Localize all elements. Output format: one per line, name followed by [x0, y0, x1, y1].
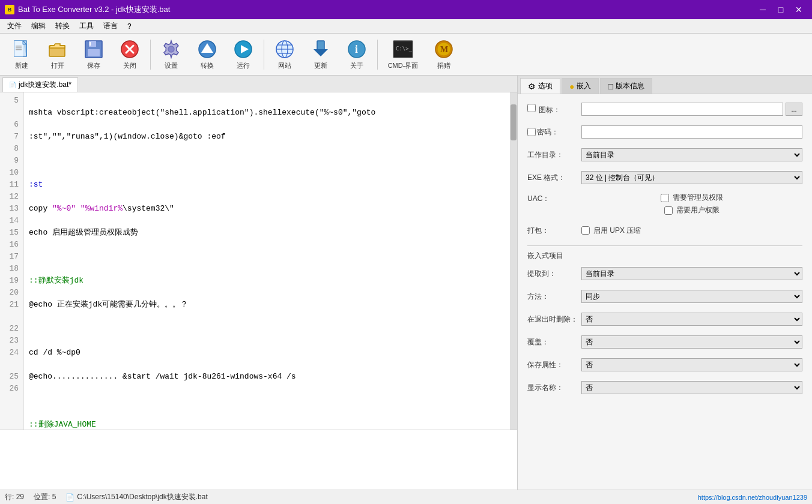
method-select[interactable]: 同步 异步: [581, 290, 802, 303]
menu-edit[interactable]: 编辑: [26, 20, 50, 32]
settings-label: 设置: [165, 61, 178, 70]
uac-user-checkbox[interactable]: [664, 206, 673, 215]
options-tab-icon: ⚙: [528, 82, 536, 91]
new-button[interactable]: 新建: [5, 37, 38, 73]
pack-upx-label: 启用 UPX 压缩: [593, 226, 641, 236]
code-area[interactable]: 5 6 7 8 9 10 11 12 13 14 15 16 17 18 19: [0, 92, 517, 430]
open-button[interactable]: 打开: [41, 37, 74, 73]
main-area: 📄 jdk快速安装.bat* 5 6 7 8 9 10 11 12 13: [0, 76, 812, 490]
update-icon: [310, 38, 332, 60]
password-input[interactable]: [581, 125, 802, 139]
svg-text:i: i: [355, 43, 358, 55]
delete-on-exit-controls: 否 是: [581, 313, 802, 326]
toolbar-sep-1: [150, 40, 151, 70]
embed-tab-icon: ●: [569, 82, 574, 91]
embed-section-title: 嵌入式项目: [527, 251, 802, 261]
exe-format-label: EXE 格式：: [527, 173, 581, 183]
icon-browse-button[interactable]: ...: [786, 103, 802, 116]
cmd-icon: C:\>_: [392, 38, 414, 60]
svg-text:M: M: [440, 45, 448, 54]
uac-admin-row: 需要管理员权限: [661, 193, 723, 203]
scrollbar-thumb[interactable]: [511, 104, 517, 140]
editor-wrapper[interactable]: 5 6 7 8 9 10 11 12 13 14 15 16 17 18 19: [0, 92, 517, 430]
workdir-select[interactable]: 当前目录 临时目录 程序目录: [581, 148, 802, 161]
show-name-select[interactable]: 否 是: [581, 381, 802, 394]
maximize-button[interactable]: □: [772, 3, 789, 16]
website-button[interactable]: 网站: [268, 37, 301, 73]
status-path-container: 📄 C:\Users\15140\Desktop\jdk快速安装.bat: [65, 492, 207, 502]
uac-row: UAC： 需要管理员权限 需要用户权限: [527, 193, 802, 215]
editor-panel: 📄 jdk快速安装.bat* 5 6 7 8 9 10 11 12 13: [0, 76, 518, 490]
donate-button[interactable]: M 捐赠: [427, 37, 461, 73]
uac-admin-checkbox[interactable]: [661, 194, 669, 202]
about-icon: i: [346, 38, 368, 60]
new-label: 新建: [15, 61, 28, 70]
options-tab-label: 选项: [538, 81, 553, 91]
close-button[interactable]: ✕: [790, 3, 807, 16]
cmd-button[interactable]: C:\>_ CMD-界面: [381, 37, 425, 73]
svg-rect-3: [16, 46, 22, 47]
menu-tools[interactable]: 工具: [74, 20, 98, 32]
options-panel: 图标： ... 密码： 工作目录：: [518, 94, 812, 490]
save-attr-controls: 否 是: [581, 358, 802, 371]
menu-convert[interactable]: 转换: [50, 20, 74, 32]
editor-tab[interactable]: 📄 jdk快速安装.bat*: [2, 77, 78, 92]
title-bar: B Bat To Exe Converter v3.2 - jdk快速安装.ba…: [0, 0, 812, 19]
exe-format-row: EXE 格式： 32 位 | 控制台（可见） 64 位 | 控制台（可见） 32…: [527, 170, 802, 185]
minimize-button[interactable]: ─: [754, 3, 771, 16]
delete-on-exit-label: 在退出时删除：: [527, 314, 581, 325]
code-line: copy "%~0" "%windir%\system32\": [29, 203, 505, 215]
menu-file[interactable]: 文件: [2, 20, 26, 32]
pack-controls: 启用 UPX 压缩: [581, 226, 802, 236]
delete-on-exit-select[interactable]: 否 是: [581, 313, 802, 326]
tab-options[interactable]: ⚙ 选项: [520, 78, 560, 94]
tab-version[interactable]: □ 版本信息: [600, 78, 652, 94]
uac-admin-label: 需要管理员权限: [673, 193, 723, 203]
app-icon: B: [5, 5, 14, 14]
icon-controls: ...: [581, 103, 802, 116]
tab-embed[interactable]: ● 嵌入: [562, 78, 599, 94]
icon-checkbox[interactable]: [527, 104, 536, 112]
update-button[interactable]: 更新: [304, 37, 338, 73]
exe-format-select[interactable]: 32 位 | 控制台（可见） 64 位 | 控制台（可见） 32 位 | GUI…: [581, 171, 802, 184]
save-button[interactable]: 保存: [77, 37, 111, 73]
svg-rect-4: [16, 47, 22, 49]
code-line: @echo 正在安装jdk可能需要几分钟。。。？: [29, 299, 505, 311]
icon-input[interactable]: [581, 103, 783, 116]
convert-button[interactable]: 转换: [190, 37, 224, 73]
overwrite-select[interactable]: 否 是: [581, 335, 802, 349]
code-line: ::删除JAVA_HOME: [29, 419, 505, 430]
close-file-button[interactable]: 关闭: [113, 37, 147, 73]
about-button[interactable]: i 关于: [340, 37, 374, 73]
overwrite-controls: 否 是: [581, 335, 802, 349]
convert-label: 转换: [201, 61, 214, 70]
svg-rect-10: [89, 42, 91, 46]
menu-bar: 文件 编辑 转换 工具 语言 ?: [0, 19, 812, 34]
settings-button[interactable]: 设置: [154, 37, 188, 73]
menu-language[interactable]: 语言: [98, 20, 123, 32]
pack-label: 打包：: [527, 226, 581, 236]
extract-to-select[interactable]: 当前目录 临时目录: [581, 267, 802, 280]
pack-upx-checkbox[interactable]: [581, 226, 590, 235]
svg-marker-25: [314, 49, 328, 56]
editor-scrollbar[interactable]: [510, 92, 517, 430]
password-checkbox[interactable]: [527, 128, 536, 136]
password-controls: [581, 125, 802, 139]
toolbar: 新建 打开 保存 关闭 设置 转换 运行: [0, 34, 812, 76]
settings-icon: [160, 38, 182, 60]
status-path: C:\Users\15140\Desktop\jdk快速安装.bat: [77, 492, 207, 502]
update-label: 更新: [314, 61, 327, 70]
code-line: :st: [29, 179, 505, 191]
save-attr-select[interactable]: 否 是: [581, 358, 802, 371]
method-label: 方法：: [527, 292, 581, 302]
code-line: :st","","runas",1)(window.close)&goto :e…: [29, 131, 505, 143]
svg-rect-5: [16, 49, 22, 50]
workdir-row: 工作目录： 当前目录 临时目录 程序目录: [527, 147, 802, 163]
code-content[interactable]: mshta vbscript:createobject("shell.appli…: [24, 92, 510, 430]
run-button[interactable]: 运行: [226, 37, 260, 73]
status-website[interactable]: https://blog.csdn.net/zhoudiyuan1239: [698, 494, 807, 501]
svg-rect-1: [14, 41, 23, 56]
menu-help[interactable]: ?: [123, 21, 136, 32]
code-line: [29, 155, 505, 167]
version-tab-label: 版本信息: [616, 81, 644, 91]
